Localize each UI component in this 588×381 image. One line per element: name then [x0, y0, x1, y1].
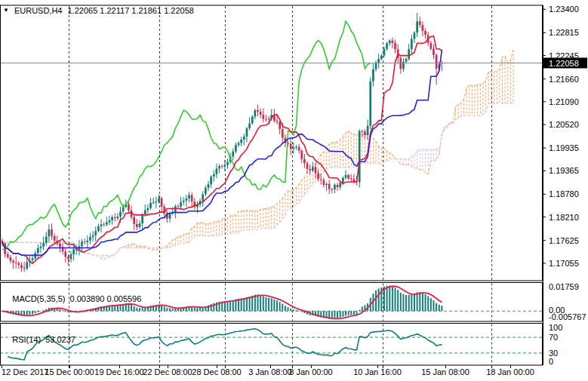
time-axis-label: 22 Dec 08:00 [143, 367, 192, 376]
chikou-span-line [2, 21, 371, 249]
time-axis-label: 3 Jan 08:00 [248, 367, 292, 376]
svg-text:1.19935: 1.19935 [549, 143, 579, 152]
svg-text:1.21090: 1.21090 [549, 97, 579, 106]
time-axis-label: 15 Jan 08:00 [421, 367, 469, 376]
time-axis-label: 10 Jan 16:00 [353, 367, 402, 376]
chart-title-row: ▼ EURUSD,H4 1.22065 1.22117 1.21861 1.22… [3, 6, 194, 15]
time-axis-label: 15 Dec 00:00 [45, 367, 94, 376]
macd-indicator-label: MACD(5,35,5)0.003890 0.005596 [3, 285, 141, 312]
macd-name: MACD(5,35,5) [12, 294, 65, 303]
time-axis-label: 19 Dec 16:00 [94, 367, 143, 376]
macd-values: 0.003890 0.005596 [70, 294, 142, 303]
svg-text:-0.005767: -0.005767 [549, 312, 586, 321]
time-axis-label: 18 Jan 00:00 [486, 367, 534, 376]
chart-window: 1.234001.228151.222451.216601.210901.205… [0, 0, 588, 381]
svg-text:1.18210: 1.18210 [549, 213, 579, 222]
rsi-name: RSI(14) [12, 335, 41, 344]
svg-text:1.22815: 1.22815 [549, 28, 579, 37]
time-axis: 12 Dec 201715 Dec 00:0019 Dec 16:0022 De… [2, 365, 534, 376]
ohlc-values: 1.22065 1.22117 1.21861 1.22058 [68, 6, 194, 15]
svg-text:1.19365: 1.19365 [549, 166, 579, 175]
senkou-span-b-line [2, 103, 513, 255]
svg-text:0: 0 [549, 357, 553, 366]
svg-text:1.20520: 1.20520 [549, 120, 579, 129]
time-axis-label: 28 Dec 08:00 [192, 367, 241, 376]
svg-text:0.01759: 0.01759 [549, 282, 579, 291]
current-price-tag: 1.22058 [543, 58, 587, 69]
rsi-indicator-label: RSI(14)53.0237 [3, 326, 75, 353]
rsi-levels [0, 337, 543, 353]
symbol-period-label: EURUSD,H4 [14, 6, 63, 15]
symbol-collapse-icon[interactable]: ▼ [3, 7, 9, 14]
chart-canvas[interactable]: 1.234001.228151.222451.216601.210901.205… [0, 0, 588, 381]
svg-text:100: 100 [549, 323, 562, 332]
svg-text:1.18780: 1.18780 [549, 189, 579, 198]
svg-text:1.17055: 1.17055 [549, 259, 579, 268]
rsi-value: 53.0237 [45, 335, 75, 344]
time-axis-label: 12 Dec 2017 [2, 367, 48, 376]
current-price-value: 1.22058 [549, 59, 579, 68]
time-axis-label: 8 Jan 00:00 [289, 367, 333, 376]
svg-text:1.21660: 1.21660 [549, 75, 579, 84]
svg-text:70: 70 [549, 333, 558, 342]
svg-text:1.17625: 1.17625 [549, 236, 579, 245]
svg-text:1.23400: 1.23400 [549, 5, 579, 14]
